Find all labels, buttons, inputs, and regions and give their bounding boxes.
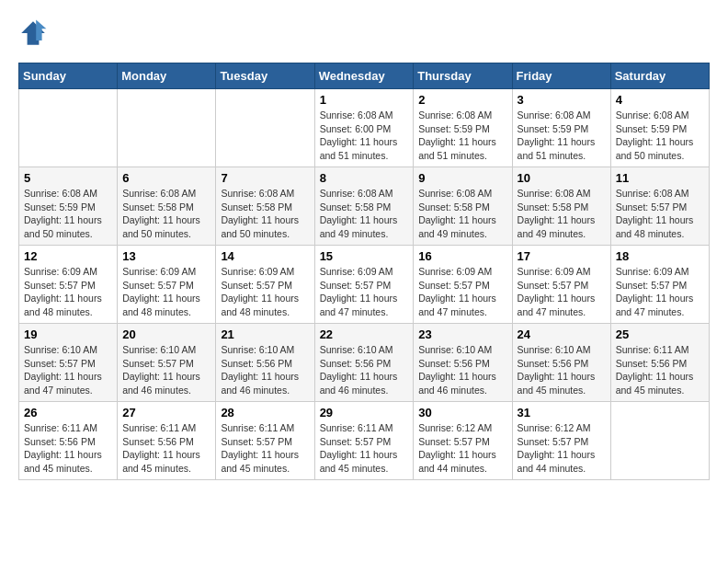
calendar-cell: 19Sunrise: 6:10 AM Sunset: 5:57 PM Dayli… (19, 324, 118, 402)
calendar-body: 1Sunrise: 6:08 AM Sunset: 6:00 PM Daylig… (19, 89, 710, 480)
calendar-cell (216, 89, 314, 167)
day-number: 23 (418, 327, 506, 341)
day-header-saturday: Saturday (610, 63, 709, 89)
day-info: Sunrise: 6:09 AM Sunset: 5:57 PM Dayligh… (24, 265, 112, 319)
calendar-cell: 1Sunrise: 6:08 AM Sunset: 6:00 PM Daylig… (314, 89, 414, 167)
day-number: 31 (518, 406, 606, 419)
day-info: Sunrise: 6:09 AM Sunset: 5:57 PM Dayligh… (122, 265, 210, 319)
day-number: 21 (221, 327, 309, 341)
day-header-wednesday: Wednesday (314, 63, 414, 89)
day-number: 10 (518, 171, 606, 185)
calendar-cell: 26Sunrise: 6:11 AM Sunset: 5:56 PM Dayli… (19, 402, 118, 480)
day-number: 4 (616, 93, 704, 107)
calendar-cell (610, 402, 709, 480)
calendar-table: SundayMondayTuesdayWednesdayThursdayFrid… (18, 63, 710, 480)
week-row-5: 26Sunrise: 6:11 AM Sunset: 5:56 PM Dayli… (19, 402, 710, 480)
day-header-thursday: Thursday (414, 63, 512, 89)
calendar-header: SundayMondayTuesdayWednesdayThursdayFrid… (19, 63, 710, 89)
calendar-cell: 20Sunrise: 6:10 AM Sunset: 5:57 PM Dayli… (118, 324, 216, 402)
calendar-cell: 22Sunrise: 6:10 AM Sunset: 5:56 PM Dayli… (314, 324, 414, 402)
day-info: Sunrise: 6:08 AM Sunset: 5:57 PM Dayligh… (616, 187, 704, 241)
calendar-cell: 16Sunrise: 6:09 AM Sunset: 5:57 PM Dayli… (414, 246, 512, 324)
day-info: Sunrise: 6:11 AM Sunset: 5:56 PM Dayligh… (24, 421, 112, 476)
week-row-4: 19Sunrise: 6:10 AM Sunset: 5:57 PM Dayli… (19, 324, 710, 402)
day-info: Sunrise: 6:10 AM Sunset: 5:56 PM Dayligh… (418, 343, 506, 397)
calendar-cell: 12Sunrise: 6:09 AM Sunset: 5:57 PM Dayli… (19, 246, 118, 324)
day-number: 1 (320, 93, 409, 107)
day-info: Sunrise: 6:09 AM Sunset: 5:57 PM Dayligh… (418, 265, 506, 319)
calendar-cell: 11Sunrise: 6:08 AM Sunset: 5:57 PM Dayli… (610, 167, 709, 246)
calendar-cell: 2Sunrise: 6:08 AM Sunset: 5:59 PM Daylig… (414, 89, 512, 167)
calendar-cell: 5Sunrise: 6:08 AM Sunset: 5:59 PM Daylig… (19, 167, 118, 246)
calendar-cell: 7Sunrise: 6:08 AM Sunset: 5:58 PM Daylig… (216, 167, 314, 246)
day-info: Sunrise: 6:09 AM Sunset: 5:57 PM Dayligh… (221, 265, 309, 319)
day-info: Sunrise: 6:08 AM Sunset: 5:58 PM Dayligh… (518, 187, 606, 241)
calendar-cell: 8Sunrise: 6:08 AM Sunset: 5:58 PM Daylig… (314, 167, 414, 246)
day-info: Sunrise: 6:12 AM Sunset: 5:57 PM Dayligh… (418, 421, 506, 476)
calendar-cell: 6Sunrise: 6:08 AM Sunset: 5:58 PM Daylig… (118, 167, 216, 246)
day-number: 20 (122, 327, 210, 341)
day-info: Sunrise: 6:08 AM Sunset: 5:59 PM Dayligh… (616, 109, 704, 163)
day-info: Sunrise: 6:08 AM Sunset: 6:00 PM Dayligh… (320, 109, 409, 163)
day-number: 6 (122, 171, 210, 185)
day-info: Sunrise: 6:10 AM Sunset: 5:56 PM Dayligh… (221, 343, 309, 397)
day-info: Sunrise: 6:08 AM Sunset: 5:58 PM Dayligh… (418, 187, 506, 241)
day-number: 29 (320, 406, 409, 419)
day-info: Sunrise: 6:12 AM Sunset: 5:57 PM Dayligh… (518, 421, 606, 476)
day-number: 28 (221, 406, 309, 419)
calendar-cell: 10Sunrise: 6:08 AM Sunset: 5:58 PM Dayli… (512, 167, 610, 246)
day-number: 5 (24, 171, 112, 185)
day-info: Sunrise: 6:09 AM Sunset: 5:57 PM Dayligh… (616, 265, 704, 319)
day-number: 18 (616, 249, 704, 263)
week-row-1: 1Sunrise: 6:08 AM Sunset: 6:00 PM Daylig… (19, 89, 710, 167)
calendar-cell: 13Sunrise: 6:09 AM Sunset: 5:57 PM Dayli… (118, 246, 216, 324)
day-number: 12 (24, 249, 112, 263)
day-number: 9 (418, 171, 506, 185)
day-number: 8 (320, 171, 409, 185)
day-info: Sunrise: 6:08 AM Sunset: 5:58 PM Dayligh… (320, 187, 409, 241)
day-number: 26 (24, 406, 112, 419)
day-number: 3 (518, 93, 606, 107)
days-of-week-row: SundayMondayTuesdayWednesdayThursdayFrid… (19, 63, 710, 89)
day-header-tuesday: Tuesday (216, 63, 314, 89)
day-info: Sunrise: 6:10 AM Sunset: 5:56 PM Dayligh… (518, 343, 606, 397)
calendar-cell: 30Sunrise: 6:12 AM Sunset: 5:57 PM Dayli… (414, 402, 512, 480)
calendar-cell: 31Sunrise: 6:12 AM Sunset: 5:57 PM Dayli… (512, 402, 610, 480)
day-info: Sunrise: 6:08 AM Sunset: 5:58 PM Dayligh… (221, 187, 309, 241)
day-number: 24 (518, 327, 606, 341)
day-number: 27 (122, 406, 210, 419)
day-info: Sunrise: 6:09 AM Sunset: 5:57 PM Dayligh… (518, 265, 606, 319)
day-info: Sunrise: 6:11 AM Sunset: 5:56 PM Dayligh… (616, 343, 704, 397)
page-header (18, 18, 710, 48)
calendar-cell: 21Sunrise: 6:10 AM Sunset: 5:56 PM Dayli… (216, 324, 314, 402)
day-number: 11 (616, 171, 704, 185)
day-info: Sunrise: 6:10 AM Sunset: 5:56 PM Dayligh… (320, 343, 409, 397)
day-number: 13 (122, 249, 210, 263)
calendar-cell: 23Sunrise: 6:10 AM Sunset: 5:56 PM Dayli… (414, 324, 512, 402)
day-info: Sunrise: 6:10 AM Sunset: 5:57 PM Dayligh… (122, 343, 210, 397)
calendar-cell: 29Sunrise: 6:11 AM Sunset: 5:57 PM Dayli… (314, 402, 414, 480)
day-info: Sunrise: 6:09 AM Sunset: 5:57 PM Dayligh… (320, 265, 409, 319)
calendar-cell: 14Sunrise: 6:09 AM Sunset: 5:57 PM Dayli… (216, 246, 314, 324)
calendar-cell: 18Sunrise: 6:09 AM Sunset: 5:57 PM Dayli… (610, 246, 709, 324)
week-row-3: 12Sunrise: 6:09 AM Sunset: 5:57 PM Dayli… (19, 246, 710, 324)
day-number: 17 (518, 249, 606, 263)
calendar-cell: 17Sunrise: 6:09 AM Sunset: 5:57 PM Dayli… (512, 246, 610, 324)
calendar-cell (118, 89, 216, 167)
day-info: Sunrise: 6:08 AM Sunset: 5:59 PM Dayligh… (418, 109, 506, 163)
calendar-cell: 3Sunrise: 6:08 AM Sunset: 5:59 PM Daylig… (512, 89, 610, 167)
day-info: Sunrise: 6:10 AM Sunset: 5:57 PM Dayligh… (24, 343, 112, 397)
day-number: 30 (418, 406, 506, 419)
day-number: 2 (418, 93, 506, 107)
calendar-cell: 28Sunrise: 6:11 AM Sunset: 5:57 PM Dayli… (216, 402, 314, 480)
day-number: 25 (616, 327, 704, 341)
calendar-cell: 25Sunrise: 6:11 AM Sunset: 5:56 PM Dayli… (610, 324, 709, 402)
calendar-cell: 15Sunrise: 6:09 AM Sunset: 5:57 PM Dayli… (314, 246, 414, 324)
day-info: Sunrise: 6:11 AM Sunset: 5:57 PM Dayligh… (221, 421, 309, 476)
day-info: Sunrise: 6:08 AM Sunset: 5:59 PM Dayligh… (24, 187, 112, 241)
day-number: 15 (320, 249, 409, 263)
day-number: 14 (221, 249, 309, 263)
day-info: Sunrise: 6:11 AM Sunset: 5:56 PM Dayligh… (122, 421, 210, 476)
day-number: 16 (418, 249, 506, 263)
week-row-2: 5Sunrise: 6:08 AM Sunset: 5:59 PM Daylig… (19, 167, 710, 246)
